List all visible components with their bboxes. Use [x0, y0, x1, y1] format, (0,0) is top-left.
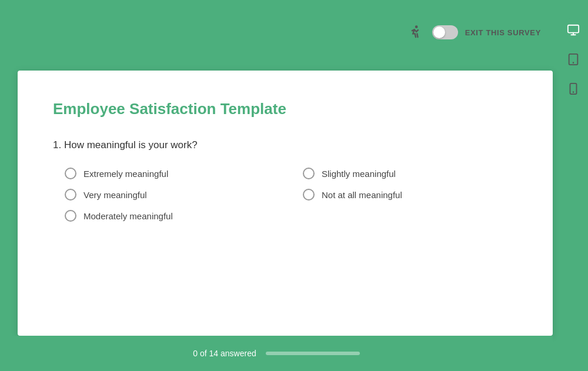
- survey-content: Employee Satisfaction Template 1. How me…: [18, 71, 553, 245]
- radio-moderately-meaningful[interactable]: [65, 210, 76, 222]
- option-slightly-meaningful[interactable]: Slightly meaningful: [303, 168, 517, 179]
- option-very-meaningful[interactable]: Very meaningful: [65, 189, 279, 200]
- tablet-view-button[interactable]: [561, 47, 586, 72]
- option-label-extremely-meaningful: Extremely meaningful: [83, 169, 168, 179]
- question-1-text: 1. How meaningful is your work?: [53, 139, 517, 151]
- device-sidebar: [559, 18, 588, 101]
- progress-track: [266, 352, 360, 355]
- option-not-at-all-meaningful[interactable]: Not at all meaningful: [303, 189, 517, 200]
- accessibility-toggle[interactable]: [432, 25, 458, 39]
- progress-bar-container: 0 of 14 answered: [0, 336, 553, 371]
- option-moderately-meaningful[interactable]: Moderately meaningful: [65, 210, 279, 222]
- radio-extremely-meaningful[interactable]: [65, 168, 76, 179]
- svg-point-0: [415, 25, 417, 28]
- option-label-moderately-meaningful: Moderately meaningful: [83, 211, 173, 221]
- svg-rect-1: [568, 25, 579, 33]
- option-label-not-at-all-meaningful: Not at all meaningful: [322, 190, 402, 200]
- option-label-slightly-meaningful: Slightly meaningful: [322, 169, 396, 179]
- desktop-view-button[interactable]: [561, 18, 586, 42]
- progress-text: 0 of 14 answered: [193, 349, 256, 358]
- radio-very-meaningful[interactable]: [65, 189, 76, 200]
- exit-survey-button[interactable]: EXIT THIS SURVEY: [465, 28, 541, 37]
- accessibility-icon[interactable]: [406, 23, 425, 42]
- option-extremely-meaningful[interactable]: Extremely meaningful: [65, 168, 279, 179]
- options-grid: Extremely meaningful Slightly meaningful…: [53, 168, 517, 222]
- radio-not-at-all-meaningful[interactable]: [303, 189, 315, 200]
- survey-title: Employee Satisfaction Template: [53, 100, 517, 118]
- option-label-very-meaningful: Very meaningful: [83, 190, 147, 200]
- top-bar: EXIT THIS SURVEY: [0, 0, 588, 65]
- mobile-view-button[interactable]: [561, 76, 586, 101]
- radio-slightly-meaningful[interactable]: [303, 168, 315, 179]
- survey-card: Employee Satisfaction Template 1. How me…: [18, 71, 553, 336]
